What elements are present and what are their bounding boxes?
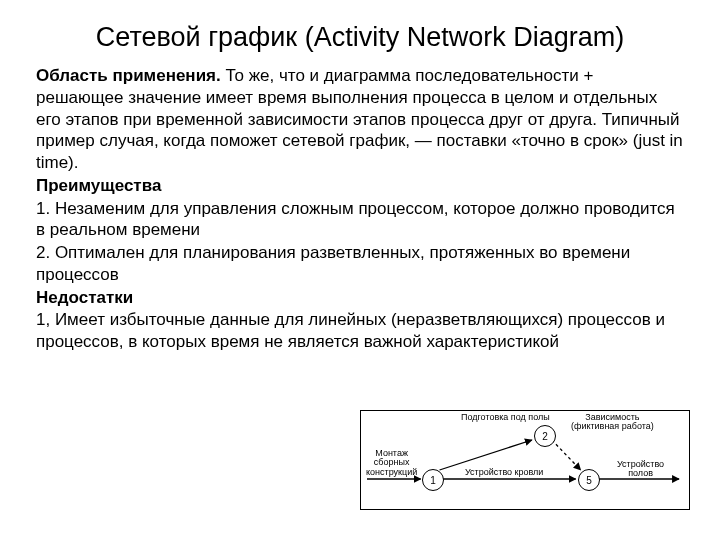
advantage-2: 2. Оптимален для планирования разветвлен… [36, 242, 684, 286]
label-mid: Устройство кровли [465, 468, 543, 477]
advantages-heading: Преимущества [36, 175, 684, 197]
network-diagram: 1 2 5 Подготовка под полы Зависимость (ф… [360, 410, 690, 510]
slide-body: Область применения. То же, что и диаграм… [36, 65, 684, 353]
svg-line-4 [552, 440, 581, 470]
label-left: Монтаж сборных конструкций [366, 449, 417, 477]
scope-paragraph: Область применения. То же, что и диаграм… [36, 65, 684, 174]
label-dependency: Зависимость (фиктивная работа) [571, 413, 654, 432]
label-right: Устройство полов [617, 460, 664, 479]
node-2: 2 [534, 425, 556, 447]
node-5: 5 [578, 469, 600, 491]
label-top: Подготовка под полы [461, 413, 550, 422]
advantage-1: 1. Незаменим для управления сложным проц… [36, 198, 684, 242]
disadvantage-1: 1, Имеет избыточные данные для линейных … [36, 309, 684, 353]
scope-heading: Область применения. [36, 66, 221, 85]
node-1: 1 [422, 469, 444, 491]
disadvantages-heading: Недостатки [36, 287, 684, 309]
svg-line-3 [440, 440, 532, 470]
slide-title: Сетевой график (Activity Network Diagram… [36, 22, 684, 53]
